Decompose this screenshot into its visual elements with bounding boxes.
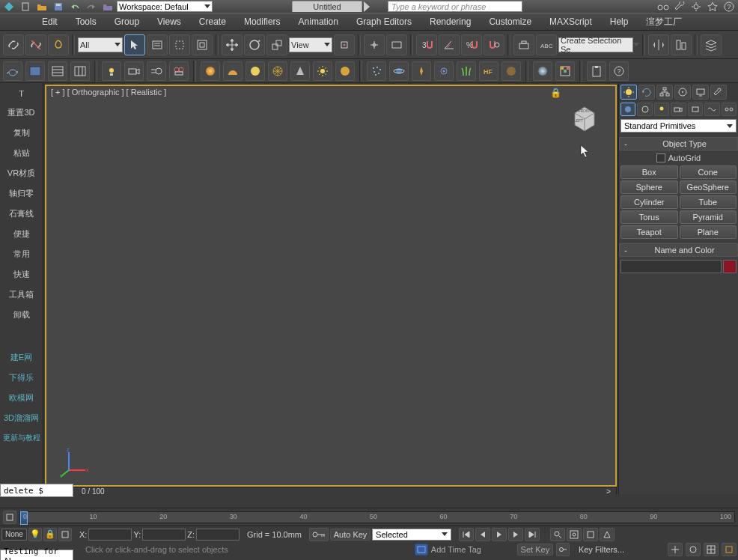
- schematic1-icon[interactable]: [48, 61, 67, 81]
- lock-icon[interactable]: 🔒: [550, 88, 561, 98]
- gear2-icon[interactable]: [434, 61, 454, 81]
- sidebar-item-plaster[interactable]: 石膏线: [9, 208, 34, 219]
- tab-display[interactable]: [692, 85, 709, 100]
- yellow-sphere-icon[interactable]: [246, 61, 265, 81]
- sidebar-item-common[interactable]: 常用: [13, 249, 30, 260]
- sidebar-item-paste[interactable]: 粘贴: [13, 147, 30, 159]
- tab-create[interactable]: [620, 85, 637, 100]
- menu-views[interactable]: Views: [148, 13, 190, 30]
- gold-sphere-icon[interactable]: [335, 61, 355, 81]
- dropdown-icon[interactable]: [216, 4, 222, 8]
- menu-plugin[interactable]: 渲梦工厂: [637, 13, 691, 30]
- orange-sphere-icon[interactable]: [201, 61, 220, 81]
- orange-dome-icon[interactable]: [223, 61, 243, 81]
- none-dropdown[interactable]: None: [1, 529, 27, 541]
- sidebar-item-copy[interactable]: 复制: [13, 127, 30, 139]
- menu-maxscript[interactable]: MAXScript: [540, 13, 601, 30]
- wrench-icon[interactable]: [672, 1, 687, 12]
- sun-icon[interactable]: [313, 61, 332, 81]
- align-button[interactable]: [671, 34, 692, 55]
- min-max-icon[interactable]: [722, 543, 737, 556]
- menu-help[interactable]: Help: [601, 13, 638, 30]
- cone-icon[interactable]: [290, 61, 310, 81]
- bind-icon[interactable]: [48, 34, 69, 55]
- open-file-icon[interactable]: [34, 1, 49, 12]
- dropdown-icon[interactable]: [633, 43, 639, 46]
- menu-graph-editors[interactable]: Graph Editors: [347, 13, 421, 30]
- viewcube[interactable]: FRONT LEFT: [567, 100, 602, 134]
- goto-end-icon[interactable]: [525, 528, 540, 541]
- camera-icon[interactable]: [124, 61, 144, 81]
- pivot-button[interactable]: [334, 34, 355, 55]
- z-input[interactable]: [196, 529, 240, 541]
- project-icon[interactable]: [100, 1, 115, 12]
- listener-line1[interactable]: delete $: [0, 484, 73, 497]
- tab-utilities[interactable]: [710, 85, 727, 100]
- undo-icon[interactable]: [67, 1, 82, 12]
- abc-button[interactable]: ABC: [536, 34, 557, 55]
- prim-sphere[interactable]: Sphere: [620, 180, 678, 194]
- menu-animation[interactable]: Animation: [290, 13, 347, 30]
- sidebar-link-jiane[interactable]: 建E网: [10, 352, 32, 363]
- app-menu-icon[interactable]: [1, 1, 16, 12]
- autokey-button[interactable]: Auto Key: [330, 529, 370, 541]
- geo-sphere-icon[interactable]: [268, 61, 287, 81]
- select-window-button[interactable]: [192, 34, 213, 55]
- sidebar-item-uninstall[interactable]: 卸载: [13, 309, 30, 320]
- new-file-icon[interactable]: [18, 1, 33, 12]
- sidebar-item-toolbox[interactable]: 工具箱: [9, 289, 34, 300]
- compass-icon[interactable]: [412, 61, 431, 81]
- viewport-label[interactable]: [ + ] [ Orthographic ] [ Realistic ]: [51, 88, 166, 97]
- help-icon[interactable]: ?: [722, 1, 737, 12]
- menu-group[interactable]: Group: [106, 13, 148, 30]
- maximize-viewport-icon[interactable]: [704, 543, 719, 556]
- sidebar-item-t[interactable]: T: [19, 89, 24, 98]
- fov-icon[interactable]: [600, 528, 615, 541]
- selection-set-dropdown[interactable]: Create Selection Se: [558, 37, 633, 52]
- unlink-icon[interactable]: [25, 34, 46, 55]
- timetag-icon[interactable]: [415, 544, 428, 556]
- named-selection-button[interactable]: [513, 34, 534, 55]
- menu-rendering[interactable]: Rendering: [421, 13, 480, 30]
- goto-start-icon[interactable]: [459, 528, 474, 541]
- timeline[interactable]: 0 10 20 30 40 50 60 70 80 90 100: [0, 508, 738, 526]
- noise-icon[interactable]: [501, 61, 521, 81]
- binoculars-icon[interactable]: [656, 1, 671, 12]
- sidebar-item-reset3d[interactable]: 重置3D: [7, 107, 34, 118]
- prim-geosphere[interactable]: GeoSphere: [680, 180, 737, 194]
- sidebar-link-3d66[interactable]: 3D溜溜网: [4, 413, 39, 424]
- curve-editor-icon[interactable]: [25, 61, 45, 81]
- link-icon[interactable]: [3, 34, 24, 55]
- sidebar-link-oumo[interactable]: 欧模网: [9, 392, 34, 404]
- subtab-systems[interactable]: [722, 103, 737, 116]
- planet-icon[interactable]: [389, 61, 409, 81]
- spinner-snap-button[interactable]: [484, 34, 504, 55]
- sidebar-item-vrmat[interactable]: VR材质: [7, 168, 35, 179]
- sidebar-item-fast[interactable]: 快速: [13, 269, 30, 280]
- light-icon[interactable]: [102, 61, 121, 81]
- keyfilters-button[interactable]: Key Filters...: [579, 545, 624, 554]
- prim-tube[interactable]: Tube: [680, 195, 737, 209]
- prim-cylinder[interactable]: Cylinder: [620, 195, 678, 209]
- setkey-button[interactable]: Set Key: [517, 544, 553, 556]
- favorite-icon[interactable]: [705, 1, 720, 12]
- sidebar-link-xiadele[interactable]: 下得乐: [9, 372, 34, 383]
- prim-plane[interactable]: Plane: [680, 225, 737, 239]
- search-input[interactable]: Type a keyword or phrase: [388, 1, 522, 12]
- color-swatch[interactable]: [723, 260, 737, 273]
- timeline-config-icon[interactable]: [3, 511, 16, 524]
- ref-coord-dropdown[interactable]: View: [289, 37, 332, 52]
- zoom-extents-icon[interactable]: [583, 528, 598, 541]
- tab-hierarchy[interactable]: [656, 85, 673, 100]
- subtab-lights[interactable]: [654, 103, 669, 116]
- scale-button[interactable]: [266, 34, 287, 55]
- grass-icon[interactable]: [457, 61, 476, 81]
- menu-create[interactable]: Create: [190, 13, 235, 30]
- snap-toggle-button[interactable]: 3: [416, 34, 437, 55]
- listener-line2[interactable]: Testing for AL: [0, 550, 73, 560]
- angle-snap-button[interactable]: [439, 34, 460, 55]
- hf-icon[interactable]: HF: [479, 61, 498, 81]
- clipboard-icon[interactable]: [587, 61, 606, 81]
- tab-motion[interactable]: [674, 85, 691, 100]
- prev-frame-icon[interactable]: [475, 528, 490, 541]
